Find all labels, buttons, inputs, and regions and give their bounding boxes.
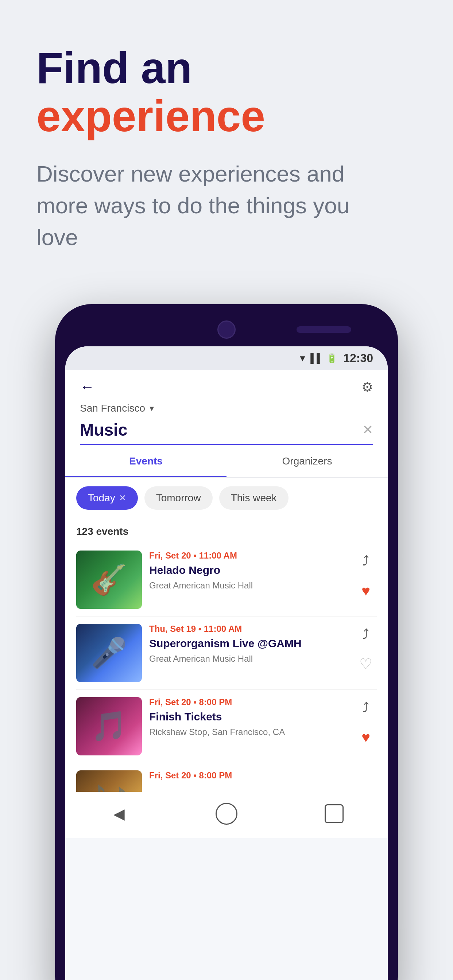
event-venue-2: Great American Music Hall: [149, 652, 348, 665]
event-details-3: Fri, Set 20 • 8:00 PM Finish Tickets Ric…: [149, 697, 348, 738]
filter-chips: Today ✕ Tomorrow This week: [65, 477, 388, 519]
app-nav-row: ← ⚙: [80, 379, 373, 395]
heart-filled-icon-3: ♥: [362, 729, 370, 746]
event-item[interactable]: 🎵 Fri, Set 20 • 8:00 PM Finish Tickets R…: [76, 690, 377, 763]
phone-outer: ▼ ▌▌ 🔋 12:30 ← ⚙ San Francisco ▾: [55, 304, 398, 980]
phone-top-bar: [65, 319, 388, 340]
back-nav-icon: ◀: [113, 805, 125, 822]
events-section: 123 events 🎸 Fri, Set 20 • 11:00 AM Hela…: [65, 519, 388, 792]
back-button[interactable]: ←: [80, 379, 94, 395]
event-image-1: 🎸: [76, 550, 142, 609]
event-item[interactable]: 🎤 Thu, Set 19 • 11:00 AM Superorganism L…: [76, 617, 377, 690]
heart-filled-icon-1: ♥: [362, 582, 370, 599]
location-row: San Francisco ▾: [80, 402, 373, 414]
search-clear-icon[interactable]: ✕: [362, 422, 373, 438]
event-item[interactable]: 🎸 Fri, Set 20 • 11:00 AM Helado Negro Gr…: [76, 543, 377, 617]
headline-line2: experience: [37, 92, 424, 140]
event-name-2: Superorganism Live @GAMH: [149, 636, 348, 651]
concert-image-4: 🎶: [91, 783, 127, 792]
events-count: 123 events: [76, 519, 377, 543]
filter-button[interactable]: ⚙: [362, 380, 373, 395]
event-actions-1: ⤴ ♥: [355, 550, 377, 605]
page-container: Find an experience Discover new experien…: [0, 0, 453, 980]
event-details-4: Fri, Set 20 • 8:00 PM: [149, 770, 377, 783]
app-header: ← ⚙ San Francisco ▾ Music ✕: [65, 370, 388, 445]
location-text[interactable]: San Francisco: [80, 402, 145, 414]
chevron-down-icon[interactable]: ▾: [150, 403, 154, 414]
share-icon-2: ⤴: [362, 627, 369, 643]
chip-tomorrow[interactable]: Tomorrow: [144, 486, 213, 510]
headline-line1: Find an: [37, 44, 424, 92]
event-date-2: Thu, Set 19 • 11:00 AM: [149, 624, 348, 634]
share-icon-3: ⤴: [362, 700, 369, 716]
status-icons: ▼ ▌▌ 🔋: [298, 353, 337, 363]
tab-organizers[interactable]: Organizers: [226, 445, 388, 477]
event-details-2: Thu, Set 19 • 11:00 AM Superorganism Liv…: [149, 624, 348, 665]
chip-this-week[interactable]: This week: [219, 486, 289, 510]
event-name-1: Helado Negro: [149, 563, 348, 577]
like-button-1[interactable]: ♥: [355, 580, 377, 601]
like-button-2[interactable]: ♡: [355, 653, 377, 675]
status-bar: ▼ ▌▌ 🔋 12:30: [65, 346, 388, 370]
phone-camera: [217, 320, 236, 339]
phone-wrapper: ▼ ▌▌ 🔋 12:30 ← ⚙ San Francisco ▾: [55, 304, 398, 980]
concert-image-2: 🎤: [91, 636, 127, 670]
back-nav-button[interactable]: ◀: [106, 801, 132, 827]
heart-empty-icon-2: ♡: [359, 655, 372, 672]
chip-today[interactable]: Today ✕: [76, 486, 138, 510]
event-image-2: 🎤: [76, 624, 142, 682]
event-item[interactable]: 🎶 Fri, Set 20 • 8:00 PM: [76, 763, 377, 792]
recents-nav-button[interactable]: [321, 801, 347, 827]
share-icon-1: ⤴: [362, 554, 369, 569]
recents-nav-icon: [325, 804, 344, 823]
event-actions-2: ⤴ ♡: [355, 624, 377, 678]
chip-today-close[interactable]: ✕: [119, 493, 126, 503]
event-image-4: 🎶: [76, 770, 142, 792]
event-image-3: 🎵: [76, 697, 142, 756]
event-venue-1: Great American Music Hall: [149, 579, 348, 592]
event-date-4: Fri, Set 20 • 8:00 PM: [149, 770, 377, 781]
subheadline: Discover new experiences and more ways t…: [37, 158, 365, 253]
search-row: Music ✕: [80, 420, 373, 445]
phone-bottom-bar: ◀: [65, 792, 388, 838]
share-button-3[interactable]: ⤴: [355, 697, 377, 719]
event-actions-3: ⤴ ♥: [355, 697, 377, 752]
phone-speaker: [297, 326, 351, 333]
event-date-1: Fri, Set 20 • 11:00 AM: [149, 550, 348, 561]
signal-icon: ▌▌: [310, 353, 323, 363]
event-venue-3: Rickshaw Stop, San Francisco, CA: [149, 726, 348, 738]
search-query[interactable]: Music: [80, 420, 362, 440]
share-button-2[interactable]: ⤴: [355, 624, 377, 646]
tabs-row: Events Organizers: [65, 445, 388, 477]
phone-screen: ▼ ▌▌ 🔋 12:30 ← ⚙ San Francisco ▾: [65, 346, 388, 980]
status-time: 12:30: [343, 352, 373, 365]
share-button-1[interactable]: ⤴: [355, 550, 377, 573]
concert-image-1: 🎸: [91, 563, 127, 597]
concert-image-3: 🎵: [91, 709, 127, 743]
headline-section: Find an experience Discover new experien…: [29, 44, 424, 253]
like-button-3[interactable]: ♥: [355, 726, 377, 748]
wifi-icon: ▼: [298, 353, 307, 363]
home-nav-icon: [215, 803, 238, 825]
battery-icon: 🔋: [327, 353, 337, 363]
home-nav-button[interactable]: [214, 801, 239, 827]
event-details-1: Fri, Set 20 • 11:00 AM Helado Negro Grea…: [149, 550, 348, 592]
tab-events[interactable]: Events: [65, 445, 226, 477]
event-name-3: Finish Tickets: [149, 710, 348, 724]
event-date-3: Fri, Set 20 • 8:00 PM: [149, 697, 348, 707]
